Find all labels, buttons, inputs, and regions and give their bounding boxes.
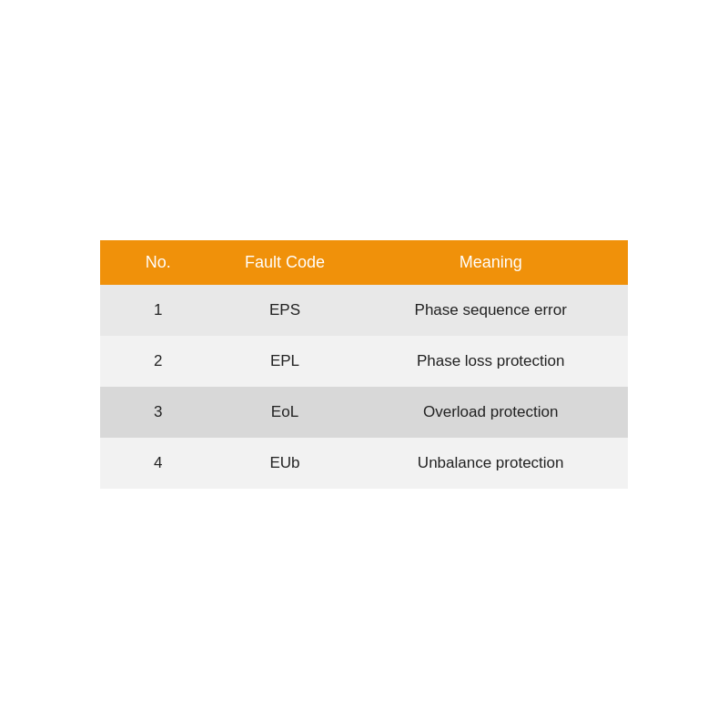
table-row: 3EoLOverload protection (100, 387, 628, 438)
cell-no-2: 2 (100, 336, 217, 387)
header-fault-code: Fault Code (217, 240, 354, 285)
cell-no-3: 3 (100, 387, 217, 438)
table-header-row: No. Fault Code Meaning (100, 240, 628, 285)
cell-meaning-2: Phase loss protection (353, 336, 628, 387)
cell-code-3: EoL (217, 387, 354, 438)
table-row: 2EPLPhase loss protection (100, 336, 628, 387)
cell-meaning-4: Unbalance protection (353, 438, 628, 489)
cell-code-2: EPL (217, 336, 354, 387)
cell-code-4: EUb (217, 438, 354, 489)
header-no: No. (100, 240, 217, 285)
fault-code-table: No. Fault Code Meaning 1EPSPhase sequenc… (100, 240, 628, 489)
cell-no-4: 4 (100, 438, 217, 489)
table-row: 4EUbUnbalance protection (100, 438, 628, 489)
cell-meaning-3: Overload protection (353, 387, 628, 438)
cell-code-1: EPS (217, 285, 354, 336)
table-row: 1EPSPhase sequence error (100, 285, 628, 336)
table-container: No. Fault Code Meaning 1EPSPhase sequenc… (100, 240, 628, 489)
header-meaning: Meaning (353, 240, 628, 285)
cell-meaning-1: Phase sequence error (353, 285, 628, 336)
cell-no-1: 1 (100, 285, 217, 336)
